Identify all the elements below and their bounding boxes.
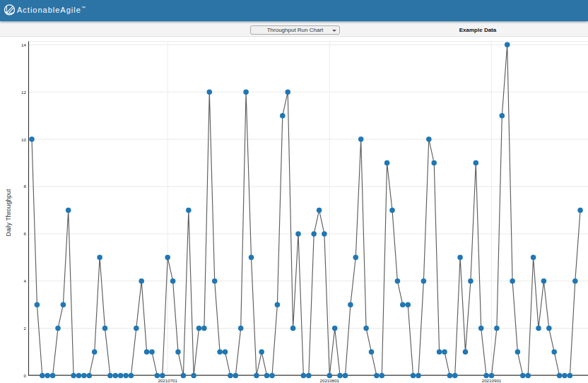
svg-text:20210901: 20210901 — [482, 378, 502, 383]
svg-text:20210701: 20210701 — [158, 378, 177, 383]
svg-text:8: 8 — [24, 184, 27, 189]
svg-text:12: 12 — [21, 90, 26, 95]
svg-text:14: 14 — [21, 42, 26, 47]
svg-text:Daily Throughput: Daily Throughput — [5, 189, 12, 236]
svg-text:2: 2 — [24, 326, 27, 331]
svg-text:10: 10 — [21, 137, 26, 142]
svg-text:6: 6 — [24, 231, 27, 236]
svg-text:4: 4 — [24, 278, 27, 283]
svg-text:0: 0 — [24, 373, 27, 378]
svg-text:20210801: 20210801 — [320, 378, 340, 383]
